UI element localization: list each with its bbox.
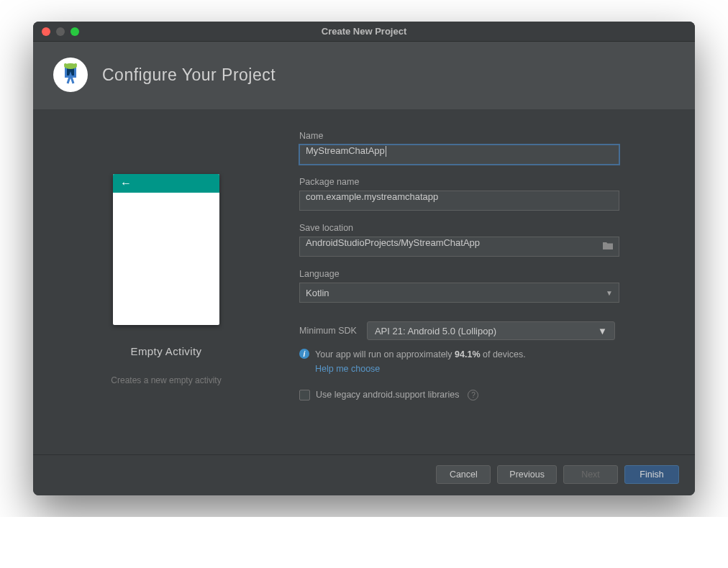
wizard-header: Configure Your Project (33, 42, 695, 109)
save-location-input[interactable]: AndroidStudioProjects/MyStreamChatApp (299, 237, 619, 257)
name-input[interactable]: MyStreamChatApp (299, 145, 619, 165)
min-sdk-select[interactable]: API 21: Android 5.0 (Lollipop) ▼ (367, 321, 615, 340)
traffic-lights (33, 27, 79, 36)
maximize-icon[interactable] (70, 27, 79, 36)
help-me-choose-link[interactable]: Help me choose (315, 364, 526, 374)
minimize-icon (56, 27, 65, 36)
close-icon[interactable] (42, 27, 50, 36)
back-arrow-icon: ← (120, 177, 132, 190)
language-label: Language (299, 269, 666, 279)
chevron-down-icon: ▼ (598, 326, 607, 336)
dialog-window: Create New Project Configure Your Projec… (33, 22, 695, 495)
preview-app-bar: ← (113, 174, 219, 193)
next-button: Next (563, 465, 618, 484)
save-location-label: Save location (299, 223, 666, 233)
template-description: Creates a new empty activity (111, 375, 221, 385)
svg-point-3 (64, 63, 77, 69)
finish-button[interactable]: Finish (624, 465, 679, 484)
min-sdk-label: Minimum SDK (299, 326, 357, 336)
previous-button[interactable]: Previous (497, 465, 557, 484)
folder-icon[interactable] (603, 241, 614, 252)
window-title: Create New Project (33, 26, 695, 37)
chevron-down-icon: ▼ (606, 289, 613, 297)
legacy-support-label: Use legacy android.support libraries (316, 390, 459, 400)
name-label: Name (299, 131, 666, 141)
form-pane: Name MyStreamChatApp Package name com.ex… (299, 109, 695, 447)
cancel-button[interactable]: Cancel (436, 465, 491, 484)
device-coverage-text: Your app will run on approximately 94.1%… (315, 349, 526, 359)
legacy-support-checkbox[interactable] (299, 390, 310, 400)
template-preview: ← (113, 174, 219, 325)
info-icon: i (299, 349, 309, 359)
titlebar: Create New Project (33, 22, 695, 42)
help-icon[interactable]: ? (468, 390, 478, 400)
template-name: Empty Activity (131, 345, 202, 357)
android-studio-icon (53, 58, 88, 92)
package-label: Package name (299, 177, 666, 187)
wizard-footer: Cancel Previous Next Finish (33, 454, 695, 495)
page-title: Configure Your Project (102, 65, 276, 85)
language-select[interactable]: Kotlin ▼ (299, 283, 619, 303)
template-preview-pane: ← Empty Activity Creates a new empty act… (33, 109, 299, 447)
package-input[interactable]: com.example.mystreamchatapp (299, 191, 619, 211)
text-cursor (386, 146, 386, 157)
wizard-body: ← Empty Activity Creates a new empty act… (33, 109, 695, 454)
